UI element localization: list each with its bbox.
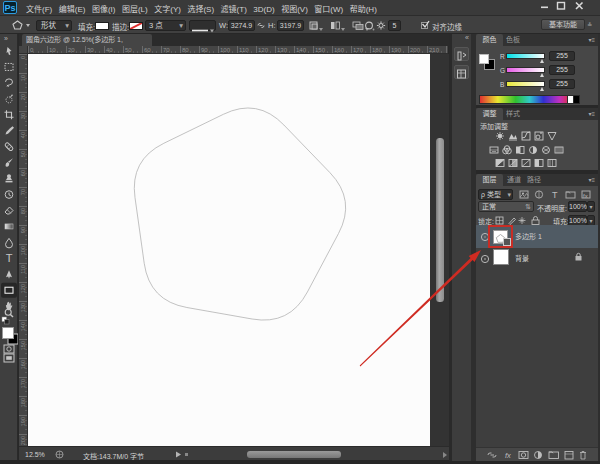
svg-text:T: T	[6, 252, 13, 264]
svg-text:fx: fx	[505, 451, 511, 460]
svg-text:fx: fx	[583, 193, 588, 199]
svg-text:T: T	[552, 190, 558, 200]
